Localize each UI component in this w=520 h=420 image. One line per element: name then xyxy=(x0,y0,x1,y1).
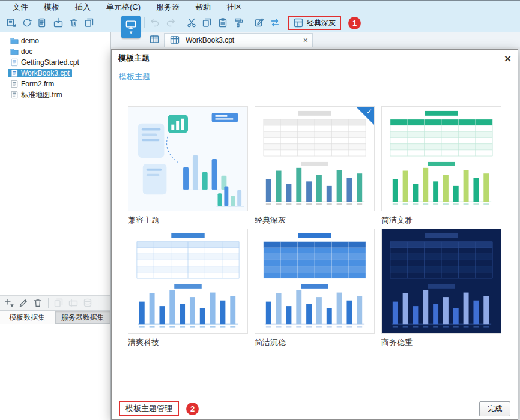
theme-manage-button[interactable]: 模板主题管理 xyxy=(119,401,179,416)
copy-dataset-icon[interactable] xyxy=(52,297,65,309)
theme-card-2[interactable]: ✓经典深灰 xyxy=(255,106,375,229)
theme-card-5[interactable]: 简洁沉稳 xyxy=(255,229,375,351)
tree-item--frm[interactable]: 标准地图.frm xyxy=(0,89,110,100)
cpt-icon xyxy=(10,69,19,77)
theme-card-3[interactable]: 简洁文雅 xyxy=(381,106,501,229)
report-grid-icon xyxy=(169,34,181,46)
menu-help[interactable]: 帮助 xyxy=(187,1,219,14)
tree-item-form2-frm[interactable]: Form2.frm xyxy=(0,79,110,89)
template-list-icon[interactable] xyxy=(148,34,160,46)
toolbar-mid-group xyxy=(126,16,283,30)
done-button[interactable]: 完成 xyxy=(479,401,510,416)
theme-brush-icon xyxy=(293,17,304,28)
theme-card-1[interactable]: 兼容主题 xyxy=(128,106,248,229)
toolbar-separator xyxy=(144,17,145,28)
theme-name: 兼容主题 xyxy=(128,211,248,229)
theme-button-label: 经典深灰 xyxy=(307,18,336,28)
tree-item-doc[interactable]: doc xyxy=(0,46,110,57)
tab-template-dataset[interactable]: 模板数据集 xyxy=(0,311,55,324)
toolbar-separator xyxy=(249,17,249,28)
toolbar-left-group xyxy=(4,16,97,30)
tree-item-label: WorkBook3.cpt xyxy=(21,69,70,77)
refresh-icon[interactable] xyxy=(20,16,34,30)
paste-icon[interactable] xyxy=(216,16,230,30)
template-theme-dialog: 模板主题 × 模板主题 兼容主题✓经典深灰简洁文雅清爽科技简洁沉稳商务稳重 模板… xyxy=(111,49,518,420)
menu-bar: 文件模板插入单元格(C)服务器帮助社区 xyxy=(0,1,520,14)
tab-server-dataset[interactable]: 服务器数据集 xyxy=(55,311,111,324)
tree-item-wrap: demo xyxy=(8,37,41,45)
cpt-icon xyxy=(10,58,19,67)
theme-select-button[interactable]: 经典深灰 xyxy=(288,16,341,30)
tree-item-wrap: doc xyxy=(8,47,35,56)
theme-name: 简洁沉稳 xyxy=(255,334,375,351)
theme-name: 经典深灰 xyxy=(255,211,375,229)
dialog-footer: 模板主题管理 2 完成 xyxy=(112,398,518,419)
tree-item-label: demo xyxy=(21,37,39,45)
tree-item-gettingstarted-cpt[interactable]: GettingStarted.cpt xyxy=(0,57,110,68)
duplicate-icon[interactable] xyxy=(82,16,97,30)
theme-card-4[interactable]: 清爽科技 xyxy=(128,229,248,351)
delete-icon[interactable] xyxy=(67,16,81,30)
export-icon[interactable] xyxy=(51,16,65,30)
edit-dataset-icon[interactable] xyxy=(17,297,30,309)
tree-item-wrap: GettingStarted.cpt xyxy=(8,58,82,67)
tree-item-demo[interactable]: demo xyxy=(0,35,110,46)
toolbar-separator xyxy=(181,17,181,28)
left-sidebar: demodocGettingStarted.cptWorkBook3.cptFo… xyxy=(0,32,111,420)
folder-icon xyxy=(10,37,19,45)
add-dataset-icon[interactable] xyxy=(2,297,16,309)
frm-icon xyxy=(10,91,19,99)
main-toolbar: 经典深灰 1 xyxy=(0,14,520,32)
copy-icon[interactable] xyxy=(200,16,214,30)
tree-item-wrap: Form2.frm xyxy=(8,80,56,88)
dataset-tabs: 模板数据集 服务器数据集 xyxy=(0,310,110,324)
tree-item-label: doc xyxy=(21,47,32,56)
folder-icon xyxy=(10,47,19,56)
main-area: WorkBook3.cpt × 模板主题 × 模板主题 兼容主题✓经典深灰简洁文… xyxy=(111,32,520,420)
dataset-list xyxy=(0,324,110,420)
connection-icon[interactable] xyxy=(81,297,94,309)
menu-insert[interactable]: 插入 xyxy=(67,1,98,14)
tab-workbook3[interactable]: WorkBook3.cpt × xyxy=(164,33,313,47)
theme-thumbnail: ✓ xyxy=(255,106,375,211)
tab-close-icon[interactable]: × xyxy=(303,36,308,44)
theme-thumbnail xyxy=(255,229,375,334)
theme-thumbnail xyxy=(381,229,501,334)
format-painter-icon[interactable] xyxy=(231,16,246,30)
tree-item-label: Form2.frm xyxy=(21,80,54,88)
theme-name: 清爽科技 xyxy=(128,334,248,351)
dialog-titlebar: 模板主题 × xyxy=(112,50,518,67)
tab-label: WorkBook3.cpt xyxy=(186,36,234,44)
menu-cell[interactable]: 单元格(C) xyxy=(98,1,148,14)
menu-server[interactable]: 服务器 xyxy=(148,1,187,14)
theme-thumbnail xyxy=(381,106,501,211)
undo-icon[interactable] xyxy=(148,16,162,30)
delete-dataset-icon[interactable] xyxy=(31,297,44,309)
annotation-badge-1: 1 xyxy=(348,17,361,29)
chevron-down-icon: ▾ xyxy=(130,30,133,35)
tree-item-wrap: 标准地图.frm xyxy=(8,90,65,100)
finereport-designer-window: 文件模板插入单元格(C)服务器帮助社区 经典深灰 1 ▾ demodocGett… xyxy=(0,0,520,420)
theme-card-6[interactable]: 商务稳重 xyxy=(381,229,501,351)
annotation-badge-2: 2 xyxy=(186,403,199,415)
menu-community[interactable]: 社区 xyxy=(219,1,250,14)
menu-file[interactable]: 文件 xyxy=(5,1,36,14)
new-template-icon[interactable] xyxy=(4,16,19,30)
redo-icon[interactable] xyxy=(163,16,178,30)
theme-thumbnail xyxy=(128,106,248,211)
frm-icon xyxy=(10,80,19,88)
menu-template[interactable]: 模板 xyxy=(36,1,67,14)
sync-icon[interactable] xyxy=(268,16,282,30)
tree-item-label: 标准地图.frm xyxy=(21,90,62,100)
theme-name: 商务稳重 xyxy=(381,334,501,351)
tree-item-workbook3-cpt[interactable]: WorkBook3.cpt xyxy=(0,68,110,79)
dataset-toolbar xyxy=(0,295,110,310)
web-preview-button[interactable]: ▾ xyxy=(121,16,141,38)
rename-dataset-icon[interactable] xyxy=(67,297,80,309)
dialog-close-icon[interactable]: × xyxy=(504,53,511,64)
edit-box-icon[interactable] xyxy=(252,16,267,30)
cut-icon[interactable] xyxy=(184,16,199,30)
preview-icon[interactable] xyxy=(35,16,50,30)
dialog-title: 模板主题 xyxy=(118,53,150,64)
dataset-toolbar-separator xyxy=(48,298,49,308)
